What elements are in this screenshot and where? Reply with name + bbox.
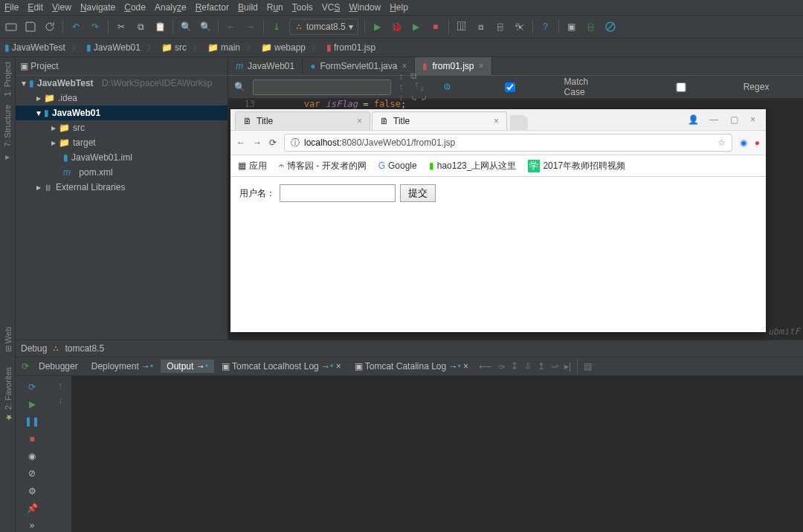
info-icon[interactable]: ⓘ xyxy=(291,137,300,149)
menu-file[interactable]: File xyxy=(4,2,19,13)
new-tab-button[interactable] xyxy=(510,115,528,130)
debug-rerun-icon[interactable]: ⟳ xyxy=(18,359,33,374)
project-panel-title[interactable]: Project xyxy=(30,61,58,71)
down-icon[interactable]: ↓ xyxy=(58,395,62,406)
open-icon[interactable] xyxy=(4,20,18,33)
build-icon[interactable]: ⤓ xyxy=(270,20,283,33)
bkm-google[interactable]: G Google xyxy=(378,160,417,171)
help-icon[interactable]: ? xyxy=(539,20,552,33)
match-case-checkbox[interactable]: Match Case xyxy=(459,77,605,97)
bkm-blog[interactable]: 𝄐 博客园 - 开发者的网 xyxy=(279,160,367,172)
username-input[interactable] xyxy=(280,184,396,202)
tree-src[interactable]: ▸📁src xyxy=(16,120,228,135)
layout-icon[interactable]: ⿲ xyxy=(455,20,468,33)
ext1-icon[interactable]: ◉ xyxy=(740,137,747,148)
redo-icon[interactable]: ↷ xyxy=(88,20,102,33)
star-icon[interactable]: ☆ xyxy=(717,137,726,148)
step-out-icon[interactable]: ↥ xyxy=(538,361,545,372)
tool-terminal-icon[interactable]: ▣ xyxy=(565,20,578,33)
menu-build[interactable]: Build xyxy=(238,2,258,13)
tool-structure[interactable]: 7: Structure xyxy=(3,105,12,147)
bc-webapp[interactable]: 📁webapp xyxy=(261,42,306,53)
forward-icon[interactable]: → xyxy=(244,20,257,33)
menu-run[interactable]: Run xyxy=(267,2,283,13)
settings-icon[interactable]: ⚙ xyxy=(25,484,39,497)
menu-window[interactable]: Window xyxy=(349,2,381,13)
tab-deployment[interactable]: Deployment →• xyxy=(86,360,160,373)
bc-root[interactable]: ▮JavaWebTest xyxy=(4,42,65,53)
tree-pom[interactable]: m pom.xml xyxy=(16,165,228,180)
refresh-icon[interactable] xyxy=(43,20,57,33)
find-input[interactable] xyxy=(253,80,391,95)
coverage-icon[interactable]: ▶ xyxy=(410,20,423,33)
update-icon[interactable]: ⟳ xyxy=(25,380,39,393)
pause-icon[interactable]: ❚❚ xyxy=(25,415,39,428)
tool-web[interactable]: ⊞ Web xyxy=(3,327,13,352)
resume-icon[interactable]: ▶ xyxy=(25,398,39,410)
user-icon[interactable]: 👤 xyxy=(688,114,699,125)
tool-nopass-icon[interactable] xyxy=(604,20,617,33)
menu-analyze[interactable]: Analyze xyxy=(155,2,187,13)
browser-tab-0[interactable]: 🗎Title× xyxy=(235,111,370,130)
browser-titlebar[interactable]: 🗎Title× 🗎Title× 👤 — ▢ × xyxy=(230,109,766,131)
tool-favorites[interactable]: ★ 2: Favorites xyxy=(3,367,13,422)
menu-code[interactable]: Code xyxy=(124,2,146,13)
step-into-icon[interactable]: ↧ xyxy=(511,361,518,372)
nav-forward-icon[interactable]: → xyxy=(253,137,262,148)
tree-ext-libs[interactable]: ▸⫼External Libraries xyxy=(16,180,228,195)
profile-icon[interactable]: ⏧ xyxy=(513,20,526,33)
exec-point-icon[interactable]: ⟵ xyxy=(479,361,491,372)
bc-module[interactable]: ▮JavaWeb01 xyxy=(86,42,141,53)
close-icon[interactable]: × xyxy=(494,116,499,126)
tree-idea[interactable]: ▸📁.idea xyxy=(16,91,228,106)
bc-src[interactable]: 📁src xyxy=(161,42,187,53)
find-arrows[interactable]: ↕ ↑ ↓ xyxy=(399,71,403,103)
bkm-edu[interactable]: 学 2017年教师招聘视频 xyxy=(528,160,625,172)
browser-tab-1[interactable]: 🗎Title× xyxy=(372,111,507,130)
scheme-icon[interactable]: ⌸ xyxy=(494,20,507,33)
editor-tab-module[interactable]: mJavaWeb01 xyxy=(228,57,303,75)
stop-process-icon[interactable]: ■ xyxy=(25,432,39,445)
debug-icon[interactable]: 🐞 xyxy=(390,20,404,33)
menu-help[interactable]: Help xyxy=(390,2,408,13)
paste-icon[interactable]: 📋 xyxy=(153,20,167,33)
run-icon[interactable]: ▶ xyxy=(371,20,384,33)
bc-main[interactable]: 📁main xyxy=(207,42,240,53)
menu-vcs[interactable]: VCS xyxy=(322,2,341,13)
mute-breakpoints-icon[interactable]: ⊘ xyxy=(25,467,39,480)
save-all-icon[interactable] xyxy=(24,20,37,33)
tree-iml[interactable]: ▮JavaWeb01.iml xyxy=(16,150,228,165)
find-icon[interactable]: 🔍 xyxy=(179,20,193,33)
bkm-apps[interactable]: ▦ 应用 xyxy=(238,160,267,172)
run-to-cursor-icon[interactable]: ▸| xyxy=(564,361,571,372)
nav-reload-icon[interactable]: ⟳ xyxy=(269,137,277,148)
tool-monitor-icon[interactable]: ⌸ xyxy=(584,20,598,33)
tab-tc-catalina[interactable]: ▣ Tomcat Catalina Log →• × xyxy=(349,360,474,373)
run-config-selector[interactable]: ⛬ tomcat8.5 ▾ xyxy=(289,19,358,35)
menu-refactor[interactable]: Refactor xyxy=(196,2,229,13)
ext2-icon[interactable]: ● xyxy=(755,137,760,148)
tree-module[interactable]: ▾▮JavaWeb01 xyxy=(16,106,228,120)
window-maximize-icon[interactable]: ▢ xyxy=(730,114,738,125)
bkm-hao123[interactable]: ▮ hao123_上网从这里 xyxy=(429,160,517,172)
step-over-icon[interactable]: ⤼ xyxy=(497,361,505,372)
replace-icon[interactable]: 🔍 xyxy=(199,20,212,33)
drop-frame-icon[interactable]: ⤻ xyxy=(551,361,558,372)
menu-edit[interactable]: Edit xyxy=(28,2,43,13)
tab-output[interactable]: Output →• xyxy=(161,360,214,373)
menu-navigate[interactable]: Navigate xyxy=(80,2,115,13)
nav-back-icon[interactable]: ← xyxy=(236,137,245,148)
stop-icon[interactable]: ■ xyxy=(429,20,442,33)
chevron-right-icon[interactable]: ▸ xyxy=(5,152,10,162)
menu-tools[interactable]: Tools xyxy=(292,2,313,13)
close-icon[interactable]: × xyxy=(357,116,362,126)
evaluate-icon[interactable]: ▤ xyxy=(584,361,592,372)
force-step-into-icon[interactable]: ⇩ xyxy=(524,361,532,372)
close-tab-icon[interactable]: × xyxy=(479,61,484,71)
tree-root[interactable]: ▾▮ JavaWebTest D:\WorkSpace\IDEAWorksp xyxy=(16,76,228,91)
menu-view[interactable]: View xyxy=(52,2,71,13)
tree-target[interactable]: ▸📁target xyxy=(16,135,228,150)
debug-header[interactable]: Debug ⛬ tomcat8.5 xyxy=(15,340,803,357)
undo-icon[interactable]: ↶ xyxy=(69,20,83,33)
bc-file[interactable]: ▮from01.jsp xyxy=(326,42,375,53)
